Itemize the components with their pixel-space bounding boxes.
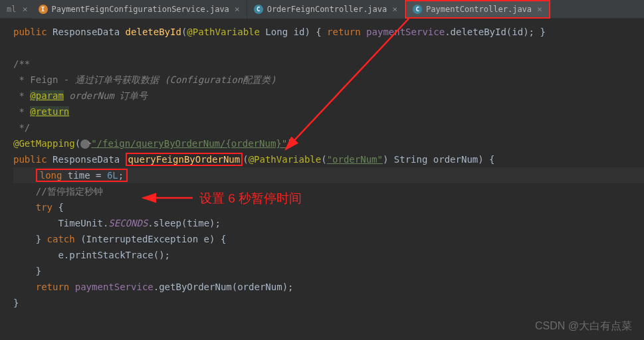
globe-icon[interactable] [80,139,90,149]
tab-ml[interactable]: ml × [3,4,32,14]
code-line: e.printStackTrace(); [13,247,644,263]
code-line: } catch (InterruptedException e) { [13,231,644,247]
code-line: //暂停指定秒钟 [13,183,644,199]
code-line: TimeUnit.SECONDS.sleep(time); [13,215,644,231]
highlighted-method: queryFeignByOrderNum [126,153,243,166]
code-line: public ResponseData deleteById(@PathVari… [13,24,644,40]
tab-payment-controller[interactable]: C PaymentController.java × [405,0,550,19]
java-interface-icon: I [39,5,48,14]
code-line: @GetMapping("/feign/queryByOrderNum/{ord… [13,135,644,151]
annotation-label: 设置 6 秒暂停时间 [199,190,302,207]
close-icon[interactable]: × [392,4,397,14]
tab-order-feign-controller[interactable]: C OrderFeignController.java × [247,0,405,19]
tab-label: OrderFeignController.java [267,5,387,14]
tab-label: PaymentController.java [426,5,532,14]
watermark: CSDN @大白有点菜 [535,319,632,333]
code-line: * @return [13,104,644,120]
code-line: } [13,263,644,279]
tab-label: PaymentFeignConfigurationService.java [52,5,229,14]
code-line: public ResponseData queryFeignByOrderNum… [13,151,644,167]
code-line: * @param orderNum 订单号 [13,88,644,104]
java-class-icon: C [254,5,263,14]
code-line: try { [13,199,644,215]
code-line: long time = 6L; [13,167,644,183]
close-icon[interactable]: × [235,4,240,14]
code-line: return paymentService.getByOrderNum(orde… [13,279,644,295]
close-icon[interactable]: × [537,4,542,14]
java-class-icon: C [413,5,422,14]
code-line: /** [13,56,644,72]
code-editor[interactable]: public ResponseData deleteById(@PathVari… [0,19,644,311]
highlighted-time: long time = 6L; [36,169,128,182]
code-line: * Feign - 通过订单号获取数据 (Configuration配置类) [13,72,644,88]
close-icon[interactable]: × [23,4,28,14]
code-line: */ [13,120,644,135]
tab-payment-feign-config[interactable]: I PaymentFeignConfigurationService.java … [32,0,247,19]
code-line: } [13,295,644,311]
tab-bar: ml × I PaymentFeignConfigurationService.… [0,0,644,19]
